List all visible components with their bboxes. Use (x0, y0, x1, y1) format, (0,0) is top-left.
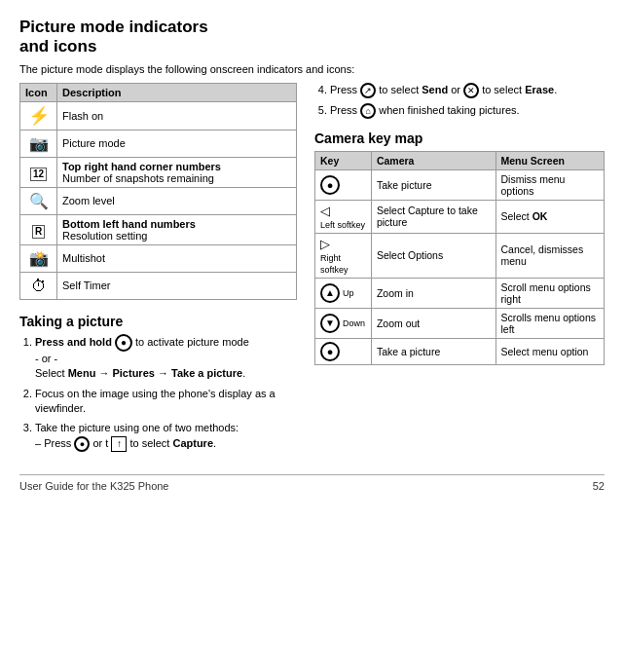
key-cell: ▼ Down (315, 308, 372, 338)
description-multishot: Multishot (57, 244, 297, 272)
page-title: Picture mode indicators and icons (19, 18, 605, 57)
press-button-icon: ● (74, 436, 90, 452)
camera-action: Zoom out (371, 308, 496, 338)
list-item: Focus on the image using the phone's dis… (35, 387, 297, 417)
left-softkey-label: Left softkey (320, 220, 365, 230)
menu-action: Cancel, dismisses menu (496, 233, 604, 278)
down-button-icon: ▼ (320, 314, 340, 333)
key-cell: ● (315, 169, 372, 200)
menu-action: Scrolls menu options left (496, 308, 604, 338)
description-bottom-left: Bottom left hand numbersResolution setti… (57, 214, 297, 244)
table-row: 📸 Multishot (20, 244, 297, 272)
list-item: Press and hold ● to activate picture mod… (35, 334, 297, 382)
footer-left: User Guide for the K325 Phone (19, 480, 168, 492)
description-self-timer: Self Timer (57, 272, 297, 299)
right-softkey-label: Right softkey (320, 253, 349, 275)
icon-multishot: 📸 (20, 244, 57, 272)
circle-button-icon: ● (115, 334, 132, 352)
table-row: R Bottom left hand numbersResolution set… (20, 214, 297, 244)
taking-picture-steps-4-5: Press ↗ to select Send or ✕ to select Er… (314, 83, 605, 119)
list-item: Press ⌂ when finished taking pictures. (330, 103, 605, 119)
table-row: ◁ Left softkey Select Capture to take pi… (315, 200, 605, 233)
erase-icon: ✕ (463, 83, 479, 98)
icon-top-right-numbers: 12 (20, 157, 57, 187)
list-item: Take the picture using one of two method… (35, 421, 297, 451)
table-row: ▼ Down Zoom out Scrolls menu options lef… (315, 308, 605, 338)
camera-action: Select Capture to take picture (371, 200, 496, 233)
key-cell: ▲ Up (315, 278, 372, 308)
list-item: Press ↗ to select Send or ✕ to select Er… (330, 83, 605, 98)
footer-right: 52 (593, 480, 605, 492)
table-row: 📷 Picture mode (20, 130, 297, 157)
camera-action: Zoom in (371, 278, 496, 308)
col-description-header: Description (57, 83, 297, 101)
right-column: Press ↗ to select Send or ✕ to select Er… (314, 83, 605, 457)
key-cell: ▷ Right softkey (315, 233, 372, 278)
description-picture-mode: Picture mode (57, 130, 297, 157)
down-label: Down (343, 318, 365, 328)
description-top-right: Top right hand corner numbersNumber of s… (57, 157, 297, 187)
camera-action: Take picture (371, 169, 496, 200)
key-cell: ● (315, 338, 372, 364)
table-row: 🔍 Zoom level (20, 187, 297, 214)
take-pic-button-icon: ● (320, 342, 340, 361)
camera-key-map-title: Camera key map (314, 131, 605, 146)
description-zoom: Zoom level (57, 187, 297, 214)
left-column: Icon Description ⚡ Flash on 📷 Pic (19, 83, 297, 457)
table-row: 12 Top right hand corner numbersNumber o… (20, 157, 297, 187)
page-footer: User Guide for the K325 Phone 52 (19, 474, 605, 492)
send-icon: ↗ (360, 83, 376, 98)
table-row: ● Take a picture Select menu option (315, 338, 605, 364)
key-cell: ◁ Left softkey (315, 200, 372, 233)
taking-picture-steps: Press and hold ● to activate picture mod… (19, 334, 297, 452)
col-icon-header: Icon (20, 83, 57, 101)
menu-action: Scroll menu options right (496, 278, 604, 308)
camera-button-icon: ● (320, 175, 340, 195)
icon-flash: ⚡ (20, 101, 57, 130)
menu-action: Dismiss menu options (496, 169, 604, 200)
camera-action: Take a picture (371, 338, 496, 364)
col-camera-header: Camera (371, 151, 496, 169)
finish-icon: ⌂ (360, 103, 376, 119)
table-row: ⚡ Flash on (20, 101, 297, 130)
table-row: ▷ Right softkey Select Options Cancel, d… (315, 233, 605, 278)
camera-key-map-table: Key Camera Menu Screen ● Take picture Di… (314, 151, 605, 365)
description-flash: Flash on (57, 101, 297, 130)
icon-zoom: 🔍 (20, 187, 57, 214)
menu-action: Select menu option (496, 338, 604, 364)
right-softkey-icon: ▷ (320, 237, 330, 251)
taking-picture-title: Taking a picture (19, 314, 297, 329)
table-row: ● Take picture Dismiss menu options (315, 169, 605, 200)
icon-picture-mode: 📷 (20, 130, 57, 157)
up-button-icon: ▲ (320, 283, 340, 303)
icon-description-table: Icon Description ⚡ Flash on 📷 Pic (19, 83, 297, 300)
table-row: ⏱ Self Timer (20, 272, 297, 299)
main-content: Icon Description ⚡ Flash on 📷 Pic (19, 83, 605, 457)
up-label: Up (343, 288, 354, 298)
t-icon: ↑ (111, 436, 127, 452)
camera-action: Select Options (371, 233, 496, 278)
table-row: ▲ Up Zoom in Scroll menu options right (315, 278, 605, 308)
col-menu-header: Menu Screen (496, 151, 604, 169)
icon-bottom-left: R (20, 214, 57, 244)
menu-action: Select OK (496, 200, 604, 233)
icon-self-timer: ⏱ (20, 272, 57, 299)
col-key-header: Key (315, 151, 372, 169)
left-softkey-icon: ◁ (320, 204, 330, 218)
page-intro: The picture mode displays the following … (19, 63, 605, 75)
